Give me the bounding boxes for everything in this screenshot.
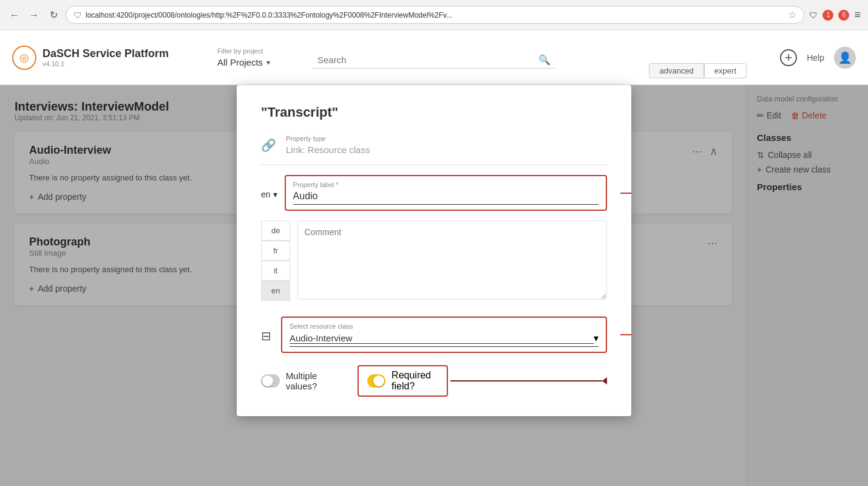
property-label-label: Property label * — [293, 181, 598, 188]
browser-right-icons: 🛡 1 6 ≡ — [809, 9, 861, 21]
avatar[interactable]: 👤 — [834, 47, 856, 69]
reload-button[interactable]: ↻ — [46, 8, 61, 22]
resource-class-arrow — [620, 331, 631, 338]
lang-tab-en[interactable]: en — [261, 281, 290, 301]
lang-tab-de[interactable]: de — [261, 221, 290, 241]
modal-title: "Transcript" — [261, 104, 607, 120]
lang-tab-fr[interactable]: fr — [261, 241, 290, 261]
property-label-box: Property label * — [285, 175, 607, 211]
logo-text: DaSCH Service Platform v4.10.1 — [42, 47, 169, 67]
add-icon[interactable]: + — [780, 49, 797, 66]
search-input[interactable] — [317, 55, 538, 65]
filter-label: Filter by project — [217, 47, 263, 55]
resource-select-chevron-icon: ▾ — [594, 332, 598, 344]
help-button[interactable]: Help — [807, 53, 824, 63]
lang-chevron-icon: ▾ — [273, 190, 277, 199]
mode-buttons: advanced expert — [649, 63, 747, 78]
required-arrow — [450, 377, 607, 385]
property-type-row: 🔗 Property type Link: Resource class — [261, 135, 607, 165]
toggles-row: Multiple values? Required field? — [261, 365, 607, 397]
required-field-group: Required field? — [358, 365, 607, 397]
property-label-arrow — [620, 190, 631, 197]
filter-project-dropdown[interactable]: All Projects ▾ — [217, 57, 270, 67]
notification-badge-2: 6 — [838, 10, 849, 21]
modal: "Transcript" 🔗 Property type Link: Resou… — [237, 85, 631, 416]
resource-class-box: Select resource class Audio-Interview ▾ — [281, 317, 607, 353]
app-logo: ◎ DaSCH Service Platform v4.10.1 — [12, 46, 169, 70]
filter-sliders-icon: ⊟ — [261, 329, 271, 343]
resource-class-field: Select resource class Audio-Interview ▾ — [281, 317, 607, 353]
required-field-switch[interactable] — [367, 374, 385, 388]
notification-badge-1: 1 — [822, 10, 833, 21]
advanced-mode-button[interactable]: advanced — [649, 63, 704, 78]
lang-tab-it[interactable]: it — [261, 261, 290, 281]
property-type-field: Property type Link: Resource class — [286, 135, 607, 155]
comment-textarea[interactable] — [297, 221, 607, 299]
address-bar[interactable]: 🛡 localhost:4200/project/0008/ontologies… — [66, 6, 804, 24]
logo-title: DaSCH Service Platform — [42, 47, 169, 60]
main-content: Interviews: InterviewModel Updated on: J… — [0, 85, 868, 486]
comment-section: de fr it en — [261, 221, 607, 302]
filter-section: Filter by project All Projects ▾ — [217, 47, 270, 67]
property-label-section: en ▾ Property label * — [261, 175, 607, 211]
header-right: + Help 👤 — [780, 47, 856, 69]
property-type-label: Property type — [286, 135, 607, 142]
search-icon: 🔍 — [538, 54, 551, 66]
browser-chrome: ← → ↻ 🛡 localhost:4200/project/0008/onto… — [0, 0, 868, 30]
required-field-box: Required field? — [358, 365, 448, 397]
back-button[interactable]: ← — [7, 8, 22, 22]
resource-class-section: ⊟ Select resource class Audio-Interview … — [261, 317, 607, 353]
property-label-input[interactable] — [293, 191, 598, 205]
resource-class-label: Select resource class — [290, 323, 598, 330]
lang-selector[interactable]: en ▾ — [261, 175, 277, 199]
property-type-value: Link: Resource class — [286, 145, 607, 155]
filter-chevron-icon: ▾ — [266, 58, 270, 67]
modal-overlay: "Transcript" 🔗 Property type Link: Resou… — [0, 85, 868, 486]
multiple-values-switch[interactable] — [261, 374, 280, 388]
app-header: ◎ DaSCH Service Platform v4.10.1 Filter … — [0, 30, 868, 85]
lang-tabs: de fr it en — [261, 221, 290, 302]
forward-button[interactable]: → — [27, 8, 41, 22]
link-icon: 🔗 — [261, 138, 276, 152]
multiple-values-label: Multiple values? — [286, 371, 333, 391]
logo-icon: ◎ — [12, 46, 36, 70]
required-field-label: Required field? — [392, 370, 438, 392]
expert-mode-button[interactable]: expert — [704, 63, 747, 78]
logo-version: v4.10.1 — [42, 60, 169, 67]
multiple-values-toggle: Multiple values? — [261, 371, 333, 391]
comment-field — [297, 221, 607, 302]
resource-class-select[interactable]: Audio-Interview — [290, 333, 594, 344]
search-bar[interactable]: 🔍 — [313, 52, 555, 69]
